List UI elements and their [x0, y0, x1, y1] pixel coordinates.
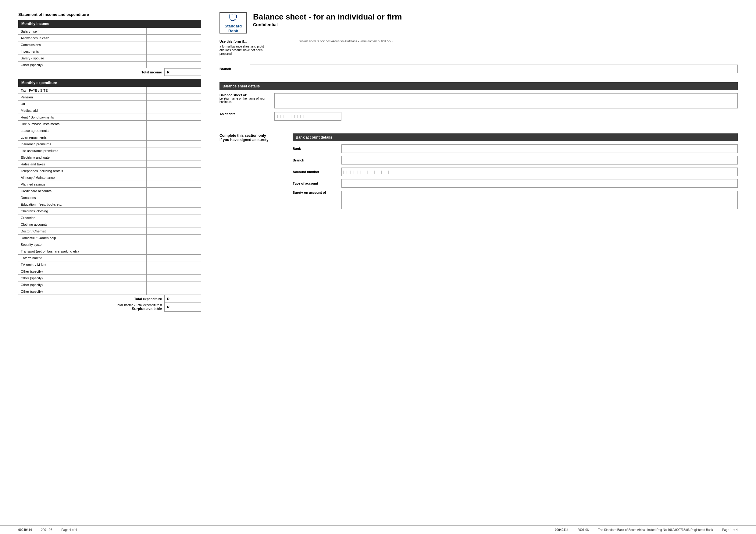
expenditure-row: Other (specify) [18, 268, 201, 275]
surety-row: Surety on account of [293, 191, 738, 209]
expenditure-row: Pension [18, 94, 201, 101]
balance-sheet-of-sub: i.e Your name or the name of your busine… [220, 97, 268, 104]
footer-right-form-number: 00049414 [555, 528, 569, 532]
complete-section-text2: if you have signed as surety [220, 138, 281, 142]
expenditure-row-input[interactable] [146, 221, 201, 228]
expenditure-row-label: Doctor / Chemist [18, 228, 146, 235]
confidential-text: Confidential [253, 22, 738, 27]
bank-label: Bank [293, 147, 335, 150]
branch-label: Branch [220, 67, 244, 71]
expenditure-row-label: Education - fees, books etc. [18, 201, 146, 208]
expenditure-row-label: Donations [18, 194, 146, 201]
balance-details-header: Balance sheet details [220, 82, 738, 90]
bank-input[interactable] [341, 144, 738, 153]
income-row-input[interactable] [146, 48, 201, 55]
balance-sheet-of-input[interactable] [274, 93, 738, 109]
expenditure-row-input[interactable] [146, 208, 201, 215]
expenditure-row-label: Hire purchase instalments [18, 121, 146, 127]
account-number-label: Account number [293, 170, 335, 174]
expenditure-row-input[interactable] [146, 228, 201, 235]
surety-input[interactable] [341, 191, 738, 209]
expenditure-row-input[interactable] [146, 154, 201, 161]
complete-text: Complete this section only if you have s… [220, 134, 281, 142]
income-row-input[interactable] [146, 35, 201, 41]
expenditure-row-input[interactable] [146, 235, 201, 241]
expenditure-row-input[interactable] [146, 275, 201, 281]
expenditure-row-input[interactable] [146, 174, 201, 181]
expenditure-row-input[interactable] [146, 127, 201, 134]
balance-title-area: Balance sheet - for an individual or fir… [253, 12, 738, 27]
expenditure-row-input[interactable] [146, 101, 201, 107]
expenditure-row-input[interactable] [146, 121, 201, 127]
expenditure-row: Doctor / Chemist [18, 228, 201, 235]
expenditure-row-input[interactable] [146, 107, 201, 114]
expenditure-row-input[interactable] [146, 87, 201, 94]
expenditure-row-input[interactable] [146, 188, 201, 194]
income-row-input[interactable] [146, 62, 201, 68]
balance-sheet-of-row: Balance sheet of: i.e Your name or the n… [220, 93, 738, 109]
expenditure-row-input[interactable] [146, 268, 201, 275]
bank-account-header: Bank account details [293, 134, 738, 141]
income-row: Commissions [18, 41, 201, 48]
expenditure-row-input[interactable] [146, 241, 201, 248]
expenditure-row: Rent / Bond payments [18, 114, 201, 121]
total-income-input[interactable]: R [165, 68, 201, 76]
branch2-input[interactable] [341, 156, 738, 165]
expenditure-row-label: Medical aid [18, 107, 146, 114]
branch-input[interactable] [250, 64, 738, 73]
use-form-left: Use this form if... a formal balance she… [220, 39, 281, 56]
expenditure-row-input[interactable] [146, 114, 201, 121]
income-row-label: Salary - spouse [18, 55, 146, 62]
expenditure-row-input[interactable] [146, 201, 201, 208]
expenditure-row: UIF [18, 101, 201, 107]
expenditure-row-input[interactable] [146, 147, 201, 154]
use-form-section: Use this form if... a formal balance she… [220, 39, 738, 56]
expenditure-row-input[interactable] [146, 255, 201, 261]
expenditure-row-input[interactable] [146, 94, 201, 101]
expenditure-row-input[interactable] [146, 134, 201, 141]
expenditure-row-input[interactable] [146, 261, 201, 268]
footer-right-company: The Standard Bank of South Africa Limite… [598, 528, 713, 532]
monthly-income-header: Monthly income [18, 20, 201, 28]
surplus-input[interactable]: R [165, 302, 201, 312]
expenditure-row-input[interactable] [146, 181, 201, 188]
expenditure-row-label: Domestic / Garden help [18, 235, 146, 241]
expenditure-row: Medical aid [18, 107, 201, 114]
expenditure-row-input[interactable] [146, 288, 201, 295]
type-of-account-input[interactable] [341, 179, 738, 188]
expenditure-row-input[interactable] [146, 194, 201, 201]
afrikaans-note: Hierdie vorm is ook beskikbaar in Afrika… [299, 39, 393, 56]
expenditure-row: Insurance premiums [18, 141, 201, 147]
expenditure-row-label: Insurance premiums [18, 141, 146, 147]
expenditure-row-input[interactable] [146, 215, 201, 221]
account-number-input[interactable]: | | | | | | | | | | | | | | | [341, 167, 738, 176]
income-row-input[interactable] [146, 28, 201, 35]
expenditure-row-label: UIF [18, 101, 146, 107]
expenditure-row-input[interactable] [146, 161, 201, 167]
as-at-date-row: As at date | | | | | | | | | | [220, 112, 738, 121]
expenditure-row-label: Other (specify) [18, 275, 146, 281]
complete-section-wrapper: Complete this section only if you have s… [220, 134, 738, 212]
total-expenditure-input[interactable]: R [165, 295, 201, 302]
expenditure-row-label: Other (specify) [18, 281, 146, 288]
expenditure-row-input[interactable] [146, 141, 201, 147]
expenditure-row-label: Pension [18, 94, 146, 101]
expenditure-row-label: Entertainment [18, 255, 146, 261]
income-row-input[interactable] [146, 55, 201, 62]
left-panel: Statement of income and expenditure Mont… [18, 12, 201, 520]
right-panel: 🛡 Standard Bank Balance sheet - for an i… [220, 12, 738, 520]
income-row-input[interactable] [146, 41, 201, 48]
expenditure-row: Domestic / Garden help [18, 235, 201, 241]
use-form-desc2: and loss account have not been [220, 48, 262, 52]
expenditure-row: Loan repayments [18, 134, 201, 141]
expenditure-table: Monthly expenditure Tax - PAYE / SITE Pe… [18, 79, 201, 295]
expenditure-row: Transport (petrol, bus fare, parking etc… [18, 248, 201, 255]
statement-title: Statement of income and expenditure [18, 12, 201, 17]
footer-right: 00049414 2001-06 The Standard Bank of So… [555, 528, 738, 532]
monthly-expenditure-header: Monthly expenditure [18, 79, 201, 87]
date-input[interactable]: | | | | | | | | | | [274, 112, 341, 121]
expenditure-row-input[interactable] [146, 248, 201, 255]
expenditure-row-input[interactable] [146, 281, 201, 288]
expenditure-row-label: Life assurance premiums [18, 147, 146, 154]
expenditure-row-input[interactable] [146, 167, 201, 174]
